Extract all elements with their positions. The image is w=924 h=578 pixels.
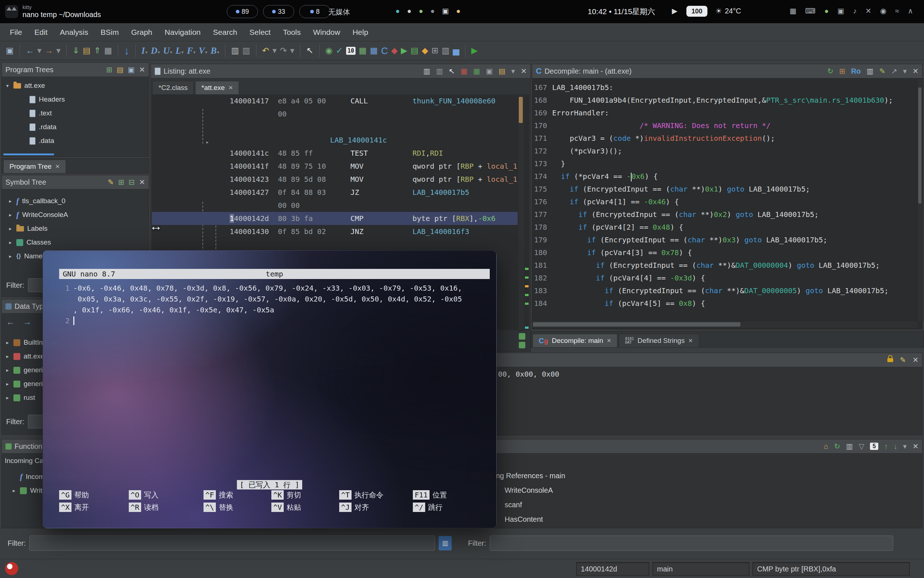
close-icon[interactable]: ✕ xyxy=(139,66,145,73)
keyboard-icon[interactable]: ⌨ xyxy=(805,6,815,15)
function-graph-icon[interactable]: ◆ xyxy=(391,46,397,55)
system-badge[interactable]: 8 xyxy=(299,5,331,18)
filter-columns-icon[interactable]: ▥ xyxy=(439,536,452,550)
marker-variable-icon[interactable]: V▾ xyxy=(199,46,207,56)
export-program-icon[interactable]: ⇑ xyxy=(94,46,101,55)
expander-icon[interactable]: ▸ xyxy=(5,367,10,373)
clipboard-paste-icon[interactable]: ▥ xyxy=(242,46,250,55)
lock-icon[interactable] xyxy=(887,358,893,362)
diff-view-icon[interactable]: ▦ xyxy=(461,68,468,75)
close-icon[interactable]: ✕ xyxy=(139,179,145,186)
decompile-line[interactable]: 173 } xyxy=(532,157,917,170)
tab-defined-strings[interactable]: 0101DATDefined Strings✕ xyxy=(619,334,699,347)
calltree-filter-input[interactable] xyxy=(29,536,435,551)
script-manager-icon[interactable]: ▤ xyxy=(411,46,419,55)
dropdown-icon[interactable]: ▾ xyxy=(903,68,906,75)
refresh-icon[interactable]: ↻ xyxy=(834,443,840,450)
collapse-all-icon[interactable]: ⊟ xyxy=(128,179,135,186)
decompile-line[interactable]: 183 if (EncryptedInput == (char **)&DAT_… xyxy=(532,284,917,297)
listing-row[interactable] xyxy=(152,120,518,133)
decompile-horizontal-scrollbar[interactable] xyxy=(532,321,918,329)
decompile-line[interactable]: 179 if (EncryptedInput == (char **)0x3) … xyxy=(532,234,917,246)
tree-item-text[interactable]: .text xyxy=(2,106,149,120)
spreadsheet-icon[interactable]: ▦ xyxy=(359,46,367,55)
marker-function-icon[interactable]: F▾ xyxy=(187,46,196,56)
edit-icon[interactable]: ✎ xyxy=(108,179,114,186)
nav-back-icon[interactable]: ← xyxy=(6,317,15,327)
close-icon[interactable]: ✕ xyxy=(688,338,693,344)
screenshare-icon[interactable]: ▣ xyxy=(837,6,844,15)
menu-select[interactable]: Select xyxy=(243,23,277,41)
symbol-classes[interactable]: ▸Classes xyxy=(2,235,149,249)
listing-row[interactable]: 1400014270f 84 88 03JZLAB_1400017b5 xyxy=(152,186,518,199)
refresh-icon[interactable]: ↻ xyxy=(827,68,834,75)
decompile-line[interactable]: 169ErrorHandler: xyxy=(532,107,917,119)
bookmark-add-icon[interactable] xyxy=(519,333,525,339)
plugin-connect-icon[interactable]: ◉ xyxy=(326,46,333,55)
menu-analysis[interactable]: Analysis xyxy=(54,23,94,41)
network-icon[interactable]: ≈ xyxy=(895,7,899,15)
undo-dropdown-icon[interactable]: ▾ xyxy=(272,46,277,55)
expander-icon[interactable]: ▸ xyxy=(8,253,13,259)
video-icon[interactable]: ▶ xyxy=(672,6,677,15)
edit-icon[interactable]: ✎ xyxy=(900,356,906,364)
close-icon[interactable]: ✕ xyxy=(55,163,60,170)
collapse-icon[interactable]: ↓ xyxy=(893,443,897,450)
kitty-app-icon[interactable] xyxy=(5,5,18,18)
volume-muted-icon[interactable]: ♪ xyxy=(853,7,856,15)
expander-icon[interactable]: ▸ xyxy=(8,239,13,245)
reference-row[interactable]: scanf xyxy=(465,497,922,512)
nav-forward-dropdown-icon[interactable]: ▾ xyxy=(56,46,61,55)
clone-view-icon[interactable]: ▥ xyxy=(436,68,443,75)
nano-terminal-window[interactable]: GNU nano 8.7 temp 1-0x6, -0x46, 0x48, 0x… xyxy=(42,250,497,528)
marker-label-icon[interactable]: L▾ xyxy=(175,46,183,56)
copy-icon[interactable]: ▥ xyxy=(867,68,874,75)
marker-data-icon[interactable]: D▾ xyxy=(151,46,160,56)
copy-icon[interactable]: ▥ xyxy=(846,443,853,450)
listing-row[interactable]: 14000141c48 85 ffTESTRDI,RDI xyxy=(152,146,518,160)
system-badge[interactable]: 33 xyxy=(263,5,294,18)
decompile-line[interactable]: 184 if (pcVar4[5] == 0x8) { xyxy=(532,297,917,310)
listing-row[interactable]: 00 00 xyxy=(152,199,518,212)
decompile-line[interactable]: 171 pcVar3 = (code *)invalidInstructionE… xyxy=(532,132,917,145)
notification-icon[interactable]: ◉ xyxy=(880,6,886,15)
decompile-line[interactable]: 180 if (pcVar4[3] == 0x78) { xyxy=(532,246,917,259)
snapshot-camera-icon[interactable]: ▣ xyxy=(486,68,493,75)
expander-icon[interactable]: ▾ xyxy=(5,83,10,89)
edit-fields-icon[interactable]: ▤ xyxy=(498,68,505,75)
references-filter-input[interactable] xyxy=(490,536,893,551)
listing-row[interactable]: 14000142348 89 5d 08MOVqword ptr [RBP + … xyxy=(152,173,518,186)
tree-item-attexe[interactable]: ▾att.exe xyxy=(2,79,149,93)
expander-icon[interactable]: ▸ xyxy=(11,488,17,494)
save-tree-icon[interactable]: ▣ xyxy=(128,66,135,73)
undo-icon[interactable]: ↶ xyxy=(262,46,269,55)
scrollbar-thumb[interactable] xyxy=(533,322,741,326)
expander-icon[interactable]: ▸ xyxy=(5,395,10,401)
system-badge[interactable]: 89 xyxy=(227,5,258,18)
expand-all-icon[interactable]: ⊞ xyxy=(118,179,125,186)
camera-indicator-icon[interactable]: ▣ xyxy=(442,6,449,15)
listing-row[interactable]: LAB_14000141c xyxy=(152,133,518,146)
close-icon[interactable]: ✕ xyxy=(520,68,527,75)
close-icon[interactable]: ✕ xyxy=(913,443,919,450)
redo-dropdown-icon[interactable]: ▾ xyxy=(290,46,295,55)
decompile-line[interactable]: 174 if (*pcVar4 == -0x6) { xyxy=(532,170,917,183)
decompile-line[interactable]: 168 FUN_14001a9b4(EncryptedInput,Encrypt… xyxy=(532,94,917,107)
reference-row[interactable]: HasContent xyxy=(465,512,922,526)
menu-edit[interactable]: Edit xyxy=(28,23,54,41)
listing-row[interactable]: 00 xyxy=(152,107,518,120)
mic-muted-icon[interactable]: ✕ xyxy=(865,6,871,15)
indicator-icon[interactable]: ● xyxy=(396,7,400,15)
close-icon[interactable]: ✕ xyxy=(913,356,919,364)
tree-item-rdata[interactable]: .rdata xyxy=(2,120,149,134)
decompile-view[interactable]: 167LAB_1400017b5:168 FUN_14001a9b4(Encry… xyxy=(532,81,917,312)
calculator-icon[interactable]: ▥ xyxy=(441,46,449,55)
dropdown-icon[interactable]: ▾ xyxy=(511,68,515,75)
battery-indicator[interactable]: 100 xyxy=(686,6,707,17)
close-icon[interactable]: ✕ xyxy=(913,68,919,75)
indicator-icon[interactable]: ● xyxy=(430,7,434,15)
run-script-icon[interactable]: ▶ xyxy=(401,46,407,55)
marker-byte-icon[interactable]: B▾ xyxy=(211,46,219,56)
cursor-select-icon[interactable]: ↖ xyxy=(306,46,313,55)
decompiler-icon[interactable]: C xyxy=(381,46,388,55)
